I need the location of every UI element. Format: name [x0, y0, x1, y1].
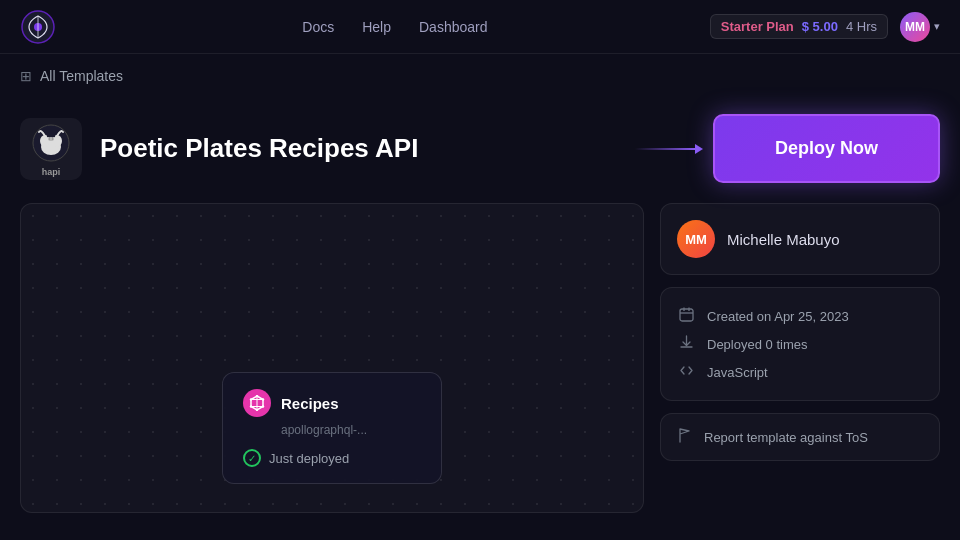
- navbar: Docs Help Dashboard Starter Plan $ 5.00 …: [0, 0, 960, 54]
- main-content: hapi Poetic Plates Recipes API Deploy No…: [0, 98, 960, 513]
- plan-hours: 4 Hrs: [846, 19, 877, 34]
- template-logo: hapi: [20, 118, 82, 180]
- svg-point-9: [53, 134, 55, 136]
- all-templates-link[interactable]: All Templates: [40, 68, 123, 84]
- meta-row-language: JavaScript: [677, 358, 923, 386]
- plan-price: $ 5.00: [802, 19, 838, 34]
- svg-point-12: [52, 138, 54, 140]
- nav-help[interactable]: Help: [362, 19, 391, 35]
- svg-point-11: [49, 138, 51, 140]
- svg-rect-23: [680, 309, 693, 321]
- nav-right: Starter Plan $ 5.00 4 Hrs MM ▾: [710, 12, 940, 42]
- report-section: Report template against ToS: [660, 413, 940, 461]
- deploy-arrow: [635, 144, 703, 154]
- meta-row-created: Created on Apr 25, 2023: [677, 302, 923, 330]
- author-name: Michelle Mabuyo: [727, 231, 840, 248]
- user-menu[interactable]: MM ▾: [900, 12, 940, 42]
- status-check-icon: ✓: [243, 449, 261, 467]
- logo[interactable]: [20, 9, 56, 45]
- template-title: Poetic Plates Recipes API: [100, 133, 635, 164]
- info-panel: MM Michelle Mabuyo Cr: [660, 203, 940, 513]
- content-grid: Recipes apollographql-... ✓ Just deploye…: [20, 203, 940, 513]
- author-row: MM Michelle Mabuyo: [677, 220, 923, 258]
- deployed-label: Deployed 0 times: [707, 337, 807, 352]
- flag-icon: [677, 428, 692, 446]
- meta-section: Created on Apr 25, 2023 Deployed 0 times: [660, 287, 940, 401]
- language-label: JavaScript: [707, 365, 768, 380]
- plan-badge[interactable]: Starter Plan $ 5.00 4 Hrs: [710, 14, 888, 39]
- recipe-card-header: Recipes: [243, 389, 421, 417]
- report-label: Report template against ToS: [704, 430, 868, 445]
- graphql-icon: [243, 389, 271, 417]
- meta-row-deployed: Deployed 0 times: [677, 330, 923, 358]
- grid-icon: ⊞: [20, 68, 32, 84]
- report-row[interactable]: Report template against ToS: [677, 428, 923, 446]
- download-icon: [677, 335, 695, 353]
- calendar-icon: [677, 307, 695, 325]
- author-avatar: MM: [677, 220, 715, 258]
- recipe-card: Recipes apollographql-... ✓ Just deploye…: [222, 372, 442, 484]
- avatar: MM: [900, 12, 930, 42]
- recipe-name: Recipes: [281, 395, 339, 412]
- recipe-subtext: apollographql-...: [243, 423, 421, 437]
- nav-docs[interactable]: Docs: [302, 19, 334, 35]
- code-icon: [677, 363, 695, 381]
- deploy-now-button[interactable]: Deploy Now: [713, 114, 940, 183]
- nav-links: Docs Help Dashboard: [80, 19, 710, 35]
- svg-point-8: [47, 134, 49, 136]
- status-label: Just deployed: [269, 451, 349, 466]
- preview-panel: Recipes apollographql-... ✓ Just deploye…: [20, 203, 644, 513]
- deploy-area: Deploy Now: [635, 114, 940, 183]
- chevron-down-icon: ▾: [934, 20, 940, 33]
- author-section: MM Michelle Mabuyo: [660, 203, 940, 275]
- created-label: Created on Apr 25, 2023: [707, 309, 849, 324]
- recipe-status: ✓ Just deployed: [243, 449, 421, 467]
- nav-dashboard[interactable]: Dashboard: [419, 19, 488, 35]
- plan-name: Starter Plan: [721, 19, 794, 34]
- breadcrumb: ⊞ All Templates: [0, 54, 960, 98]
- template-header: hapi Poetic Plates Recipes API Deploy No…: [20, 114, 940, 183]
